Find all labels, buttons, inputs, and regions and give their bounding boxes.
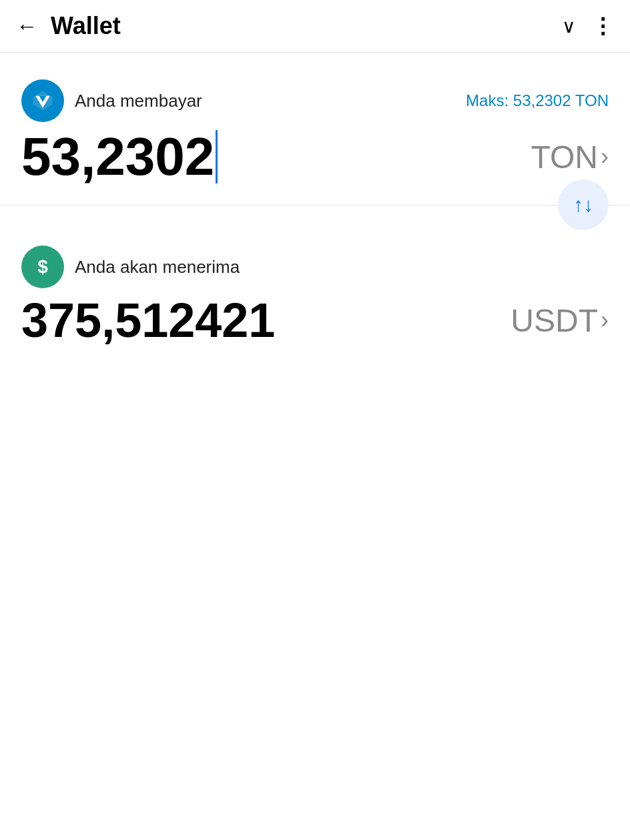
- chevron-down-icon[interactable]: ∨: [562, 15, 576, 37]
- swap-button-wrapper: ↑↓: [558, 179, 609, 230]
- pay-amount-row: 53,2302 TON ›: [21, 130, 609, 183]
- swap-button[interactable]: ↑↓: [558, 179, 609, 230]
- ton-icon: [21, 79, 64, 122]
- back-button[interactable]: ←: [16, 15, 37, 37]
- receive-amount-row: 375,512421 USDT ›: [21, 296, 609, 344]
- receive-label-text: Anda akan menerima: [75, 257, 240, 278]
- pay-label-text: Anda membayar: [75, 91, 202, 111]
- receive-currency-label: USDT: [511, 302, 598, 339]
- pay-currency-selector[interactable]: TON ›: [531, 139, 609, 175]
- receive-label-group: $ Anda akan menerima: [21, 246, 240, 288]
- usdt-icon-symbol: $: [37, 256, 48, 278]
- usdt-icon: $: [21, 246, 64, 288]
- app-header: ← Wallet ∨ ⋮: [0, 0, 630, 53]
- receive-currency-selector[interactable]: USDT ›: [511, 302, 609, 339]
- more-options-button[interactable]: ⋮: [592, 13, 614, 39]
- swap-arrows-icon: ↑↓: [573, 193, 593, 216]
- pay-section-header: Anda membayar Maks: 53,2302 TON: [21, 79, 609, 122]
- pay-label-group: Anda membayar: [21, 79, 202, 122]
- pay-section: Anda membayar Maks: 53,2302 TON 53,2302 …: [0, 53, 630, 205]
- text-cursor: [216, 130, 218, 183]
- pay-amount-value: 53,2302: [21, 130, 214, 183]
- receive-currency-chevron-icon: ›: [601, 306, 609, 334]
- page-title: Wallet: [51, 12, 562, 40]
- pay-currency-label: TON: [531, 139, 598, 175]
- pay-amount-input[interactable]: 53,2302: [21, 130, 218, 183]
- receive-section-header: $ Anda akan menerima: [21, 246, 609, 288]
- max-amount-label[interactable]: Maks: 53,2302 TON: [466, 91, 609, 110]
- receive-section: $ Anda akan menerima 375,512421 USDT ›: [0, 205, 630, 371]
- receive-amount-value: 375,512421: [21, 296, 275, 344]
- pay-currency-chevron-icon: ›: [601, 143, 609, 171]
- ton-logo-svg: [31, 89, 55, 113]
